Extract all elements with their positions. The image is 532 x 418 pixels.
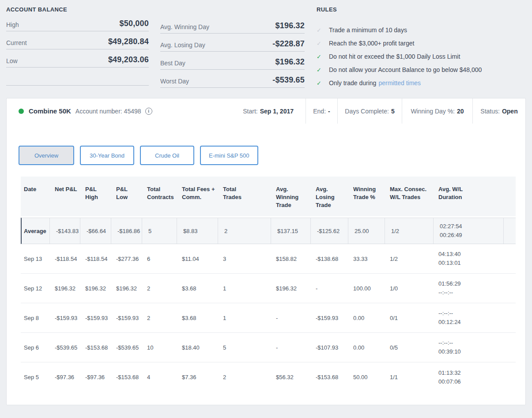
average-row: Average-$143.83-$66.64-$186.865$8.832$13… [21,218,516,244]
value-cell: -$159.93 [79,303,110,332]
tab-30-year-bond[interactable]: 30-Year Bond [80,146,134,165]
stat-label: Low [6,57,18,64]
column-header-label: P&L Low [116,185,132,201]
value-cell: $56.32 [270,362,309,392]
column-header: P&L Low [110,177,141,216]
value-cell: 1/2 [385,218,433,244]
empty-cell [502,274,516,303]
duration-cell: 01:56:29--:--:-- [432,274,502,303]
account-balance-panel: ACCOUNT BALANCE High$50,000Current$49,28… [6,6,149,90]
value-cell: $196.32 [270,274,309,303]
duration-lines: 01:56:29--:--:-- [438,279,461,297]
duration-lines: 04:13:4000:13:01 [438,250,461,267]
stat-value: $49,280.84 [108,37,149,46]
account-balance-rows: High$50,000Current$49,280.84Low$49,203.0… [6,16,149,86]
value-cell: - [270,303,309,332]
tab-e-mini-s-p-500[interactable]: E-mini S&P 500 [200,146,258,165]
value-cell: $3.68 [176,274,217,303]
date-cell: Sep 5 [21,362,49,392]
value-cell: -$539.65 [110,333,141,362]
value-cell: 3 [217,244,270,273]
tab-overview[interactable]: Overview [19,146,74,165]
value-cell: 33.33 [347,244,384,273]
duration-lines: 02:27:5400:26:49 [440,222,462,240]
column-header: Avg. Losing Trade [309,177,347,216]
balance-row: Low$49,203.06 [6,52,149,68]
value-cell: -$118.54 [79,244,110,273]
value-cell: -$107.93 [309,333,347,362]
column-header-label: Total Contracts [147,185,176,201]
day-stat-row: Avg. Losing Day-$228.87 [160,36,305,52]
value-cell: 100.00 [347,274,384,303]
column-header: Total Contracts [141,177,176,216]
rule-text: Do not allow your Account Balance to go … [329,66,482,73]
value-cell: 1/1 [384,362,432,392]
value-cell: -$153.68 [309,362,347,392]
combine-stat-value: Open [502,108,518,115]
value-cell: 5 [142,218,177,244]
summary-section: ACCOUNT BALANCE High$50,000Current$49,28… [0,0,532,90]
table-row: Sep 6-$539.65-$153.68-$539.6510$18.405--… [21,333,516,362]
value-cell: 0/5 [384,333,432,362]
column-header-label: P&L High [85,185,101,201]
date-cell: Sep 13 [21,244,49,273]
column-header-label: Total Fees + Comm. [182,185,217,201]
check-icon-gray: ✓ [317,40,329,47]
account-number: Account number: 45498 [75,108,141,115]
stat-value: -$539.65 [272,75,305,85]
stat-label: Best Day [160,60,185,67]
duration-loss: 00:39:10 [438,347,461,356]
duration-cell: 01:13:3200:07:06 [432,362,502,392]
rule-item: ✓Do not hit or exceed the $1,000 Daily L… [317,50,525,63]
combine-stat-label: Status: [480,108,500,115]
duration-loss: 00:07:06 [438,377,461,386]
value-cell: -$159.93 [110,303,141,332]
stat-value: -$228.87 [272,39,305,49]
stat-value: $50,000 [120,19,149,28]
value-cell: 2 [218,218,271,244]
stat-label: High [6,21,19,28]
value-cell: $7.36 [176,362,217,392]
duration-lines: --:--:--00:39:10 [438,339,461,356]
balance-row: High$50,000 [6,16,149,31]
info-icon[interactable]: i [145,108,152,115]
duration-loss: 00:13:01 [438,259,461,267]
date-cell: Sep 6 [21,333,49,362]
column-header-label: Winning Trade % [353,185,384,201]
value-cell: 1/2 [384,244,432,273]
account-number-value: 45498 [124,108,141,115]
combine-stat-start: Start:Sep 1, 2017 [238,98,306,124]
rule-item: ✓Reach the $3,000+ profit target [317,37,525,50]
combine-stats: Start:Sep 1, 2017End:-Days Complete:5Win… [238,98,525,124]
combine-stat-winning-day-pct: Winning Day %:20 [402,98,472,124]
rule-text: Reach the $3,000+ profit target [329,40,414,47]
rule-item: ✓Do not allow your Account Balance to go… [317,63,525,76]
value-cell: 50.00 [347,362,384,392]
column-header: Avg. W/L Duration [432,177,502,216]
value-cell: -$125.62 [310,218,348,244]
combine-stat-status: Status:Open [472,98,525,124]
duration-win: 02:27:54 [440,222,462,231]
value-cell: - [270,333,309,362]
value-cell: 1/0 [384,274,432,303]
value-cell: 4 [141,362,176,392]
combine-stat-label: Winning Day %: [411,108,455,115]
column-header-label: Avg. Winning Trade [276,185,303,209]
value-cell: 1 [217,303,270,332]
column-header: P&L High [79,177,110,216]
rules-list: ✓Trade a minimum of 10 days✓Reach the $3… [317,23,525,90]
duration-lines: 01:13:3200:07:06 [438,369,461,386]
value-cell: - [309,274,347,303]
rules-panel: RULES ✓Trade a minimum of 10 days✓Reach … [317,6,525,90]
tab-crude-oil[interactable]: Crude Oil [140,146,194,165]
check-icon-green: ✓ [317,67,329,73]
column-header: Net P&L [49,177,79,216]
value-cell: 6 [141,244,176,273]
empty-cell [503,218,516,244]
table-header-row: DateNet P&LP&L HighP&L LowTotal Contract… [21,177,516,216]
duration-win: 01:56:29 [438,279,461,288]
permitted-times-link[interactable]: permitted times [378,79,421,87]
day-stat-row: Best Day$196.32 [160,54,305,70]
value-cell: $196.32 [110,274,141,303]
duration-win: --:--:-- [438,339,461,347]
